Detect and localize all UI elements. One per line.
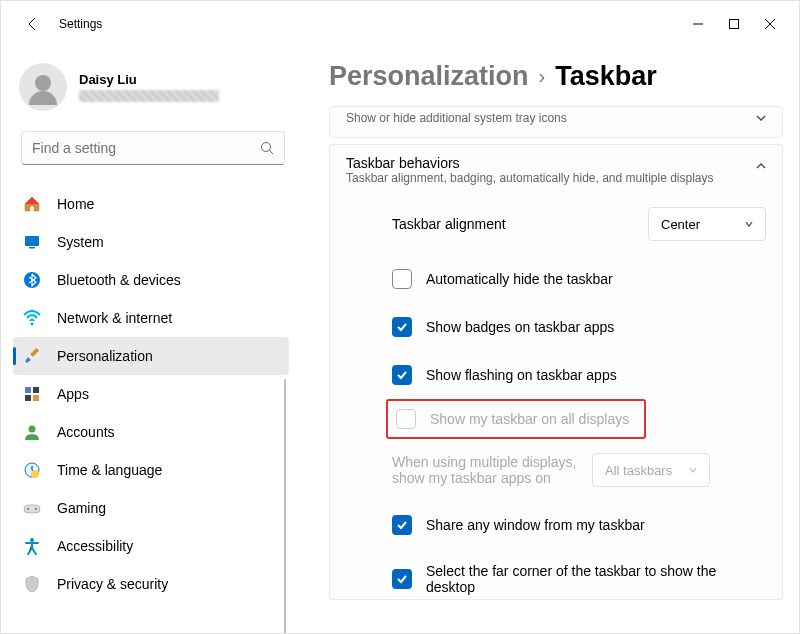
svg-point-17 — [27, 508, 29, 510]
gaming-icon — [23, 499, 41, 517]
row-far-corner[interactable]: Select the far corner of the taskbar to … — [346, 549, 766, 599]
row-taskbar-alignment: Taskbar alignment Center — [346, 185, 766, 255]
panel-subtitle: Taskbar alignment, badging, automaticall… — [346, 171, 766, 185]
svg-rect-9 — [25, 387, 31, 393]
panel-header[interactable]: Taskbar behaviors Taskbar alignment, bad… — [346, 155, 766, 185]
svg-rect-16 — [24, 505, 40, 513]
panel-subtitle: Show or hide additional system tray icon… — [346, 111, 766, 125]
nav-label: Accessibility — [57, 538, 133, 554]
nav-home[interactable]: Home — [13, 185, 289, 223]
svg-rect-4 — [25, 236, 39, 246]
nav-label: Time & language — [57, 462, 162, 478]
title-bar: Settings — [1, 1, 799, 47]
chevron-down-icon — [743, 218, 755, 230]
setting-label: When using multiple displays, show my ta… — [392, 454, 592, 486]
setting-label: Show badges on taskbar apps — [426, 319, 614, 335]
setting-label: Show flashing on taskbar apps — [426, 367, 617, 383]
multi-select: All taskbars — [592, 453, 710, 487]
panel-taskbar-behaviors: Taskbar behaviors Taskbar alignment, bad… — [329, 144, 783, 600]
avatar — [19, 63, 67, 111]
nav-personalization[interactable]: Personalization — [13, 337, 289, 375]
profile-email-redacted — [79, 90, 219, 102]
row-all-displays: Show my taskbar on all displays — [388, 407, 644, 431]
nav-privacy[interactable]: Privacy & security — [13, 565, 289, 603]
svg-rect-10 — [33, 387, 39, 393]
panel-system-tray[interactable]: Show or hide additional system tray icon… — [329, 106, 783, 138]
minimize-button[interactable] — [691, 17, 705, 31]
time-icon — [23, 461, 41, 479]
row-share-window[interactable]: Share any window from my taskbar — [346, 501, 766, 549]
search-icon — [260, 141, 274, 155]
window-title: Settings — [59, 17, 102, 31]
nav-label: Gaming — [57, 500, 106, 516]
highlighted-setting: Show my taskbar on all displays — [386, 399, 646, 439]
checkbox-all-displays — [396, 409, 416, 429]
nav-label: Home — [57, 196, 94, 212]
svg-rect-5 — [29, 247, 35, 249]
search-box[interactable] — [21, 131, 285, 165]
accessibility-icon — [23, 537, 41, 555]
nav-system[interactable]: System — [13, 223, 289, 261]
select-value: All taskbars — [605, 463, 672, 478]
chevron-down-icon — [754, 111, 768, 125]
row-multi-displays: When using multiple displays, show my ta… — [346, 439, 766, 501]
chevron-up-icon — [754, 159, 768, 173]
svg-point-7 — [31, 323, 34, 326]
breadcrumb: Personalization › Taskbar — [329, 61, 783, 92]
svg-rect-12 — [33, 395, 39, 401]
nav-list: Home System Bluetooth & devices Network … — [1, 179, 301, 603]
nav-accounts[interactable]: Accounts — [13, 413, 289, 451]
search-input[interactable] — [32, 140, 260, 156]
setting-label: Share any window from my taskbar — [426, 517, 645, 533]
checkbox-flashing[interactable] — [392, 365, 412, 385]
setting-label: Taskbar alignment — [392, 216, 648, 232]
panel-title: Taskbar behaviors — [346, 155, 766, 171]
select-value: Center — [661, 217, 700, 232]
alignment-select[interactable]: Center — [648, 207, 766, 241]
checkbox-badges[interactable] — [392, 317, 412, 337]
svg-point-15 — [31, 470, 39, 478]
breadcrumb-current: Taskbar — [555, 61, 657, 92]
nav-label: Apps — [57, 386, 89, 402]
profile-block[interactable]: Daisy Liu — [1, 61, 301, 129]
svg-point-13 — [29, 426, 36, 433]
nav-label: Personalization — [57, 348, 153, 364]
nav-label: System — [57, 234, 104, 250]
window-controls — [691, 17, 799, 31]
nav-accessibility[interactable]: Accessibility — [13, 527, 289, 565]
svg-point-18 — [35, 508, 37, 510]
profile-name: Daisy Liu — [79, 72, 219, 87]
accounts-icon — [23, 423, 41, 441]
row-flashing[interactable]: Show flashing on taskbar apps — [346, 351, 766, 399]
nav-label: Network & internet — [57, 310, 172, 326]
bluetooth-icon — [23, 271, 41, 289]
personalization-icon — [23, 347, 41, 365]
checkbox-auto-hide[interactable] — [392, 269, 412, 289]
svg-line-3 — [270, 151, 274, 155]
nav-network[interactable]: Network & internet — [13, 299, 289, 337]
svg-point-2 — [262, 143, 271, 152]
setting-label: Automatically hide the taskbar — [426, 271, 613, 287]
nav-bluetooth[interactable]: Bluetooth & devices — [13, 261, 289, 299]
network-icon — [23, 309, 41, 327]
sidebar-scrollbar[interactable] — [284, 379, 286, 634]
nav-apps[interactable]: Apps — [13, 375, 289, 413]
maximize-button[interactable] — [727, 17, 741, 31]
back-button[interactable] — [23, 14, 43, 34]
svg-rect-1 — [730, 20, 739, 29]
breadcrumb-parent[interactable]: Personalization — [329, 61, 529, 92]
nav-gaming[interactable]: Gaming — [13, 489, 289, 527]
setting-label: Show my taskbar on all displays — [430, 411, 629, 427]
nav-label: Privacy & security — [57, 576, 168, 592]
chevron-down-icon — [687, 464, 699, 476]
svg-rect-11 — [25, 395, 31, 401]
row-badges[interactable]: Show badges on taskbar apps — [346, 303, 766, 351]
svg-rect-8 — [30, 348, 39, 357]
privacy-icon — [23, 575, 41, 593]
row-auto-hide[interactable]: Automatically hide the taskbar — [346, 255, 766, 303]
close-button[interactable] — [763, 17, 777, 31]
checkbox-far-corner[interactable] — [392, 569, 412, 589]
nav-time[interactable]: Time & language — [13, 451, 289, 489]
checkbox-share-window[interactable] — [392, 515, 412, 535]
nav-label: Bluetooth & devices — [57, 272, 181, 288]
